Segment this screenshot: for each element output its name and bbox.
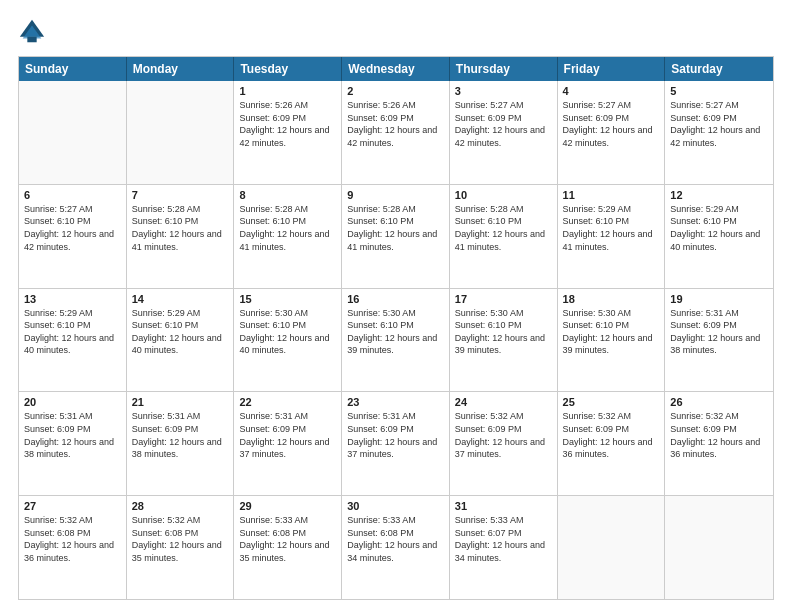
week-4: 20Sunrise: 5:31 AM Sunset: 6:09 PM Dayli… <box>19 391 773 495</box>
cal-cell-empty-0-1 <box>127 81 235 184</box>
cal-cell-21: 21Sunrise: 5:31 AM Sunset: 6:09 PM Dayli… <box>127 392 235 495</box>
day-number: 15 <box>239 293 336 305</box>
cal-cell-27: 27Sunrise: 5:32 AM Sunset: 6:08 PM Dayli… <box>19 496 127 599</box>
header-day-thursday: Thursday <box>450 57 558 81</box>
cal-cell-empty-4-6 <box>665 496 773 599</box>
day-number: 27 <box>24 500 121 512</box>
cal-cell-empty-4-5 <box>558 496 666 599</box>
cal-cell-6: 6Sunrise: 5:27 AM Sunset: 6:10 PM Daylig… <box>19 185 127 288</box>
cell-info: Sunrise: 5:32 AM Sunset: 6:09 PM Dayligh… <box>563 410 660 460</box>
header <box>18 18 774 46</box>
cal-cell-28: 28Sunrise: 5:32 AM Sunset: 6:08 PM Dayli… <box>127 496 235 599</box>
cal-cell-10: 10Sunrise: 5:28 AM Sunset: 6:10 PM Dayli… <box>450 185 558 288</box>
day-number: 17 <box>455 293 552 305</box>
cal-cell-18: 18Sunrise: 5:30 AM Sunset: 6:10 PM Dayli… <box>558 289 666 392</box>
cell-info: Sunrise: 5:28 AM Sunset: 6:10 PM Dayligh… <box>347 203 444 253</box>
cal-cell-23: 23Sunrise: 5:31 AM Sunset: 6:09 PM Dayli… <box>342 392 450 495</box>
cell-info: Sunrise: 5:30 AM Sunset: 6:10 PM Dayligh… <box>239 307 336 357</box>
cell-info: Sunrise: 5:32 AM Sunset: 6:08 PM Dayligh… <box>132 514 229 564</box>
cell-info: Sunrise: 5:32 AM Sunset: 6:08 PM Dayligh… <box>24 514 121 564</box>
day-number: 19 <box>670 293 768 305</box>
cal-cell-29: 29Sunrise: 5:33 AM Sunset: 6:08 PM Dayli… <box>234 496 342 599</box>
calendar-body: 1Sunrise: 5:26 AM Sunset: 6:09 PM Daylig… <box>19 81 773 599</box>
cal-cell-7: 7Sunrise: 5:28 AM Sunset: 6:10 PM Daylig… <box>127 185 235 288</box>
week-2: 6Sunrise: 5:27 AM Sunset: 6:10 PM Daylig… <box>19 184 773 288</box>
cal-cell-26: 26Sunrise: 5:32 AM Sunset: 6:09 PM Dayli… <box>665 392 773 495</box>
cal-cell-30: 30Sunrise: 5:33 AM Sunset: 6:08 PM Dayli… <box>342 496 450 599</box>
day-number: 23 <box>347 396 444 408</box>
cell-info: Sunrise: 5:29 AM Sunset: 6:10 PM Dayligh… <box>670 203 768 253</box>
cell-info: Sunrise: 5:30 AM Sunset: 6:10 PM Dayligh… <box>455 307 552 357</box>
cal-cell-1: 1Sunrise: 5:26 AM Sunset: 6:09 PM Daylig… <box>234 81 342 184</box>
cell-info: Sunrise: 5:31 AM Sunset: 6:09 PM Dayligh… <box>239 410 336 460</box>
cal-cell-12: 12Sunrise: 5:29 AM Sunset: 6:10 PM Dayli… <box>665 185 773 288</box>
cell-info: Sunrise: 5:33 AM Sunset: 6:08 PM Dayligh… <box>347 514 444 564</box>
day-number: 31 <box>455 500 552 512</box>
day-number: 10 <box>455 189 552 201</box>
day-number: 21 <box>132 396 229 408</box>
day-number: 8 <box>239 189 336 201</box>
cal-cell-17: 17Sunrise: 5:30 AM Sunset: 6:10 PM Dayli… <box>450 289 558 392</box>
cal-cell-empty-0-0 <box>19 81 127 184</box>
day-number: 18 <box>563 293 660 305</box>
logo <box>18 18 52 46</box>
cal-cell-31: 31Sunrise: 5:33 AM Sunset: 6:07 PM Dayli… <box>450 496 558 599</box>
day-number: 16 <box>347 293 444 305</box>
day-number: 20 <box>24 396 121 408</box>
cell-info: Sunrise: 5:28 AM Sunset: 6:10 PM Dayligh… <box>455 203 552 253</box>
day-number: 30 <box>347 500 444 512</box>
day-number: 1 <box>239 85 336 97</box>
cell-info: Sunrise: 5:31 AM Sunset: 6:09 PM Dayligh… <box>347 410 444 460</box>
logo-icon <box>18 18 46 46</box>
header-day-friday: Friday <box>558 57 666 81</box>
cell-info: Sunrise: 5:32 AM Sunset: 6:09 PM Dayligh… <box>455 410 552 460</box>
cell-info: Sunrise: 5:31 AM Sunset: 6:09 PM Dayligh… <box>24 410 121 460</box>
day-number: 5 <box>670 85 768 97</box>
day-number: 3 <box>455 85 552 97</box>
page: SundayMondayTuesdayWednesdayThursdayFrid… <box>0 0 792 612</box>
svg-rect-2 <box>27 37 36 43</box>
day-number: 7 <box>132 189 229 201</box>
cell-info: Sunrise: 5:27 AM Sunset: 6:09 PM Dayligh… <box>563 99 660 149</box>
header-day-sunday: Sunday <box>19 57 127 81</box>
cell-info: Sunrise: 5:33 AM Sunset: 6:08 PM Dayligh… <box>239 514 336 564</box>
day-number: 28 <box>132 500 229 512</box>
cell-info: Sunrise: 5:28 AM Sunset: 6:10 PM Dayligh… <box>239 203 336 253</box>
day-number: 13 <box>24 293 121 305</box>
day-number: 9 <box>347 189 444 201</box>
header-day-monday: Monday <box>127 57 235 81</box>
cell-info: Sunrise: 5:33 AM Sunset: 6:07 PM Dayligh… <box>455 514 552 564</box>
day-number: 11 <box>563 189 660 201</box>
cell-info: Sunrise: 5:27 AM Sunset: 6:10 PM Dayligh… <box>24 203 121 253</box>
cal-cell-13: 13Sunrise: 5:29 AM Sunset: 6:10 PM Dayli… <box>19 289 127 392</box>
week-3: 13Sunrise: 5:29 AM Sunset: 6:10 PM Dayli… <box>19 288 773 392</box>
cell-info: Sunrise: 5:31 AM Sunset: 6:09 PM Dayligh… <box>132 410 229 460</box>
cell-info: Sunrise: 5:30 AM Sunset: 6:10 PM Dayligh… <box>347 307 444 357</box>
cell-info: Sunrise: 5:30 AM Sunset: 6:10 PM Dayligh… <box>563 307 660 357</box>
week-1: 1Sunrise: 5:26 AM Sunset: 6:09 PM Daylig… <box>19 81 773 184</box>
day-number: 6 <box>24 189 121 201</box>
cell-info: Sunrise: 5:31 AM Sunset: 6:09 PM Dayligh… <box>670 307 768 357</box>
cal-cell-14: 14Sunrise: 5:29 AM Sunset: 6:10 PM Dayli… <box>127 289 235 392</box>
header-day-tuesday: Tuesday <box>234 57 342 81</box>
cal-cell-8: 8Sunrise: 5:28 AM Sunset: 6:10 PM Daylig… <box>234 185 342 288</box>
day-number: 26 <box>670 396 768 408</box>
day-number: 22 <box>239 396 336 408</box>
cal-cell-24: 24Sunrise: 5:32 AM Sunset: 6:09 PM Dayli… <box>450 392 558 495</box>
cal-cell-2: 2Sunrise: 5:26 AM Sunset: 6:09 PM Daylig… <box>342 81 450 184</box>
day-number: 29 <box>239 500 336 512</box>
day-number: 24 <box>455 396 552 408</box>
cal-cell-5: 5Sunrise: 5:27 AM Sunset: 6:09 PM Daylig… <box>665 81 773 184</box>
cal-cell-20: 20Sunrise: 5:31 AM Sunset: 6:09 PM Dayli… <box>19 392 127 495</box>
cell-info: Sunrise: 5:29 AM Sunset: 6:10 PM Dayligh… <box>132 307 229 357</box>
cell-info: Sunrise: 5:26 AM Sunset: 6:09 PM Dayligh… <box>347 99 444 149</box>
day-number: 14 <box>132 293 229 305</box>
cell-info: Sunrise: 5:27 AM Sunset: 6:09 PM Dayligh… <box>670 99 768 149</box>
cell-info: Sunrise: 5:29 AM Sunset: 6:10 PM Dayligh… <box>563 203 660 253</box>
cal-cell-22: 22Sunrise: 5:31 AM Sunset: 6:09 PM Dayli… <box>234 392 342 495</box>
cal-cell-4: 4Sunrise: 5:27 AM Sunset: 6:09 PM Daylig… <box>558 81 666 184</box>
cal-cell-25: 25Sunrise: 5:32 AM Sunset: 6:09 PM Dayli… <box>558 392 666 495</box>
cell-info: Sunrise: 5:28 AM Sunset: 6:10 PM Dayligh… <box>132 203 229 253</box>
cell-info: Sunrise: 5:27 AM Sunset: 6:09 PM Dayligh… <box>455 99 552 149</box>
cal-cell-19: 19Sunrise: 5:31 AM Sunset: 6:09 PM Dayli… <box>665 289 773 392</box>
